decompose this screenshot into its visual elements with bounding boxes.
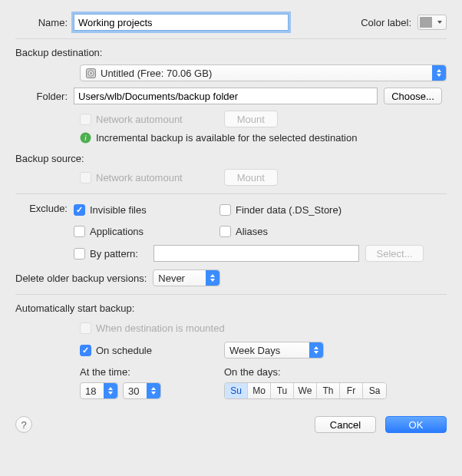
popup-arrows-icon bbox=[432, 65, 446, 81]
hour-value: 18 bbox=[85, 385, 96, 397]
src-mount-button: Mount bbox=[224, 169, 278, 186]
ok-button[interactable]: OK bbox=[385, 416, 447, 433]
exclude-select-button: Select... bbox=[365, 245, 424, 262]
day-sa[interactable]: Sa bbox=[363, 383, 386, 398]
exclude-finder-checkbox[interactable] bbox=[219, 204, 231, 216]
popup-arrows-icon bbox=[104, 383, 117, 398]
auto-when-mounted-label: When destination is mounted bbox=[96, 322, 225, 334]
popup-arrows-icon bbox=[147, 383, 160, 398]
day-fr[interactable]: Fr bbox=[340, 383, 363, 398]
schedule-type-value: Week Days bbox=[229, 345, 280, 356]
day-su[interactable]: Su bbox=[225, 383, 248, 398]
auto-start-heading: Automatically start backup: bbox=[15, 302, 447, 314]
name-label: Name: bbox=[15, 17, 74, 28]
exclude-apps-checkbox[interactable] bbox=[74, 226, 85, 237]
day-mo[interactable]: Mo bbox=[248, 383, 271, 398]
at-time-label: At the time: bbox=[80, 366, 224, 378]
delete-older-value: Never bbox=[158, 273, 185, 284]
exclude-pattern-label: By pattern: bbox=[90, 248, 138, 259]
src-automount-label: Network automount bbox=[96, 172, 183, 183]
backup-destination-heading: Backup destination: bbox=[15, 47, 447, 58]
on-days-label: On the days: bbox=[224, 366, 281, 378]
exclude-aliases-checkbox[interactable] bbox=[219, 226, 231, 237]
minute-popup[interactable]: 30 bbox=[123, 382, 161, 399]
src-automount-checkbox bbox=[80, 172, 91, 183]
delete-older-label: Delete older backup versions: bbox=[15, 273, 147, 284]
dest-info-text: Incremental backup is available for the … bbox=[96, 132, 357, 144]
dest-automount-label: Network automount bbox=[96, 114, 183, 125]
color-label: Color label: bbox=[361, 17, 411, 28]
help-button[interactable]: ? bbox=[15, 416, 32, 433]
svg-point-2 bbox=[90, 72, 92, 74]
day-tu[interactable]: Tu bbox=[271, 383, 294, 398]
popup-arrows-icon bbox=[206, 270, 219, 286]
exclude-aliases-label: Aliases bbox=[236, 226, 268, 237]
choose-folder-button[interactable]: Choose... bbox=[384, 88, 442, 104]
auto-schedule-checkbox[interactable] bbox=[80, 345, 91, 356]
folder-input[interactable] bbox=[74, 88, 378, 104]
exclude-invisible-label: Invisible files bbox=[90, 204, 147, 216]
cancel-button[interactable]: Cancel bbox=[315, 416, 376, 433]
folder-label: Folder: bbox=[15, 91, 74, 102]
name-input[interactable] bbox=[74, 14, 289, 31]
hour-popup[interactable]: 18 bbox=[80, 382, 118, 399]
disk-icon bbox=[85, 68, 97, 79]
exclude-invisible-checkbox[interactable] bbox=[74, 204, 85, 216]
minute-value: 30 bbox=[128, 385, 139, 397]
popup-arrows-icon bbox=[309, 342, 323, 358]
auto-schedule-label: On schedule bbox=[96, 345, 152, 356]
auto-when-mounted-checkbox bbox=[80, 322, 91, 334]
svg-text:i: i bbox=[84, 134, 87, 142]
backup-source-heading: Backup source: bbox=[15, 153, 447, 164]
dest-mount-button: Mount bbox=[224, 111, 278, 127]
exclude-pattern-checkbox[interactable] bbox=[74, 248, 85, 259]
day-th[interactable]: Th bbox=[317, 383, 340, 398]
exclude-pattern-input[interactable] bbox=[153, 245, 359, 262]
day-selector[interactable]: SuMoTuWeThFrSa bbox=[224, 382, 387, 399]
exclude-finder-label: Finder data (.DS_Store) bbox=[236, 204, 342, 216]
dest-automount-checkbox bbox=[80, 114, 91, 125]
chevron-down-icon bbox=[437, 21, 442, 24]
color-swatch-icon bbox=[420, 17, 432, 28]
info-icon: i bbox=[80, 132, 91, 144]
delete-older-popup[interactable]: Never bbox=[153, 269, 220, 286]
color-label-picker[interactable] bbox=[417, 15, 447, 30]
schedule-type-popup[interactable]: Week Days bbox=[224, 342, 324, 359]
exclude-label: Exclude: bbox=[15, 202, 74, 214]
destination-drive-popup[interactable]: Untitled (Free: 70.06 GB) bbox=[80, 64, 447, 81]
destination-drive-text: Untitled (Free: 70.06 GB) bbox=[101, 68, 212, 79]
exclude-apps-label: Applications bbox=[90, 226, 144, 237]
day-we[interactable]: We bbox=[294, 383, 317, 398]
